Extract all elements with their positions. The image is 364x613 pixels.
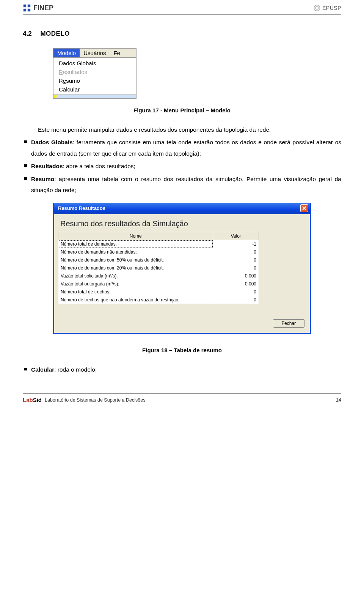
svg-point-5 (315, 6, 318, 9)
close-icon (302, 206, 306, 210)
svg-rect-3 (28, 9, 30, 11)
menu-modelo-snippet: Modelo Usuários Fe Dados Globais Resulta… (53, 48, 136, 99)
dropdown-modelo: Dados Globais Resultados Resumo Calcular (53, 58, 136, 95)
svg-point-4 (314, 5, 320, 11)
body-text-block: Este menu permite manipular dados e resu… (23, 124, 341, 196)
table-row[interactable]: Número de demandas com 50% ou mais de dé… (58, 256, 259, 264)
page-footer: LabSid Laboratório de Sistemas de Suport… (23, 393, 341, 403)
table-row[interactable]: Número de demandas com 20% ou mais de dé… (58, 264, 259, 272)
finep-icon (23, 4, 31, 12)
section-number: 4.2 (23, 30, 32, 37)
table-row[interactable]: Número total de demandas: -1 (58, 240, 259, 248)
menu-bottom-decor (53, 95, 136, 98)
menubar-item-usuarios[interactable]: Usuários (80, 49, 110, 57)
svg-rect-1 (28, 5, 30, 7)
resumo-resultados-window: Resumo Resultados Resumo dos resultados … (53, 203, 311, 334)
finep-logo: FINEP (23, 4, 53, 12)
labsid-logo: LabSid Laboratório de Sistemas de Suport… (23, 397, 145, 403)
table-row[interactable]: Número de trechos que não atendem a vazã… (58, 296, 259, 304)
menubar: Modelo Usuários Fe (53, 49, 136, 58)
table-row[interactable]: Vazão total outorgada (m³/s): 0.000 (58, 280, 259, 288)
section-title-text: MODELO (40, 30, 70, 37)
col-nome[interactable]: Nome (58, 232, 213, 240)
menubar-item-fe[interactable]: Fe (110, 49, 124, 57)
page-number: 14 (336, 397, 341, 403)
svg-rect-0 (24, 5, 26, 7)
results-table: Nome Valor Número total de demandas: -1 … (58, 232, 259, 304)
list-item: Resultados: abre a tela dos resultados; (23, 161, 341, 172)
list-item: Calcular: roda o modelo; (23, 364, 341, 375)
titlebar[interactable]: Resumo Resultados (54, 203, 310, 214)
bullet-list-top: Dados Globais: ferramenta que consiste e… (23, 137, 341, 195)
dropdown-item-resumo[interactable]: Resumo (53, 76, 136, 85)
table-row[interactable]: Número de demandas não atendidas: 0 (58, 248, 259, 256)
table-row[interactable]: Número total de trechos: 0 (58, 288, 259, 296)
epusp-logo: EPUSP (314, 5, 341, 11)
finep-text: FINEP (33, 4, 53, 12)
bullet-list-bottom: Calcular: roda o modelo; (23, 364, 341, 375)
page-header: FINEP EPUSP (23, 0, 341, 15)
window-title: Resumo Resultados (58, 205, 105, 211)
dropdown-item-resultados: Resultados (53, 68, 136, 76)
epusp-icon (314, 5, 320, 11)
dialog-heading: Resumo dos resultados da Simulação (58, 218, 306, 232)
epusp-text: EPUSP (322, 5, 341, 11)
figure-17-caption: Figura 17 - Menu Principal – Modelo (23, 107, 341, 113)
list-item: Dados Globais: ferramenta que consiste e… (23, 137, 341, 159)
menubar-item-modelo[interactable]: Modelo (53, 49, 80, 57)
section-heading: 4.2 MODELO (23, 30, 341, 38)
list-item: Resumo: apresenta uma tabela com o resum… (23, 173, 341, 196)
figure-18-caption: Figura 18 – Tabela de resumo (23, 347, 341, 353)
svg-rect-2 (24, 9, 26, 11)
col-valor[interactable]: Valor (213, 232, 259, 240)
close-button[interactable] (300, 204, 308, 212)
intro-paragraph: Este menu permite manipular dados e resu… (23, 124, 341, 135)
dropdown-item-dados-globais[interactable]: Dados Globais (53, 59, 136, 68)
dropdown-item-calcular[interactable]: Calcular (53, 85, 136, 94)
lab-name: Laboratório de Sistemas de Suporte a Dec… (45, 397, 145, 403)
body-text-block-2: Calcular: roda o modelo; (23, 364, 341, 375)
results-table-body: Número total de demandas: -1 Número de d… (58, 240, 259, 304)
fechar-button[interactable]: Fechar (273, 319, 304, 328)
table-row[interactable]: Vazão total solicitada (m³/s): 0.000 (58, 272, 259, 280)
